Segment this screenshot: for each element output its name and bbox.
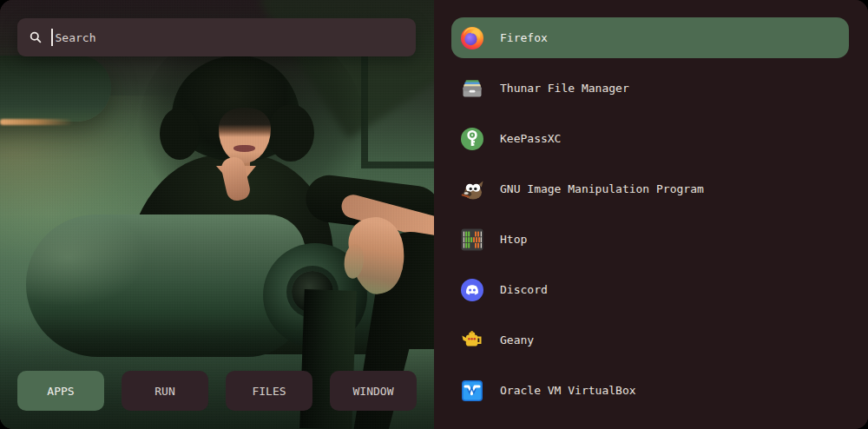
mode-tab-apps[interactable]: APPS [17,371,104,411]
artwork-woman-lips [233,145,255,152]
background-artwork [0,0,434,429]
htop-icon [460,228,484,252]
thunar-icon [460,76,484,101]
mode-tab-files[interactable]: FILES [226,371,312,411]
gimp-icon [460,177,484,201]
mode-tabs: APPS RUN FILES WINDOW [17,371,417,411]
geany-icon [460,328,484,353]
app-row-thunar-file-manager[interactable]: Thunar File Manager [451,68,849,109]
mode-tab-run[interactable]: RUN [122,371,208,411]
app-row-firefox[interactable]: Firefox [451,17,849,58]
mode-tab-window[interactable]: WINDOW [330,371,417,411]
search-icon [29,30,43,44]
artwork-lamp [0,56,111,122]
search-input[interactable] [56,31,405,44]
app-list-panel: Firefox Thunar File Manager KeePassXC GN… [434,0,868,429]
app-row-oracle-vm-virtualbox[interactable]: Oracle VM VirtualBox [451,370,849,411]
app-row-keepassxc[interactable]: KeePassXC [451,118,849,159]
discord-icon [460,278,484,302]
app-row-gnu-image-manipulation-program[interactable]: GNU Image Manipulation Program [451,168,849,209]
virtualbox-icon [460,379,484,403]
text-caret [51,29,53,46]
app-launcher-window: APPS RUN FILES WINDOW Firefox Thunar Fil… [0,0,868,429]
keepassxc-icon [460,127,484,151]
app-row-discord[interactable]: Discord [451,269,849,310]
artwork-lamp-rim-light [0,119,73,125]
firefox-icon [460,26,484,50]
left-panel: APPS RUN FILES WINDOW [0,0,434,429]
app-row-htop[interactable]: Htop [451,219,849,260]
app-row-geany[interactable]: Geany [451,320,849,360]
search-bar[interactable] [17,18,416,56]
